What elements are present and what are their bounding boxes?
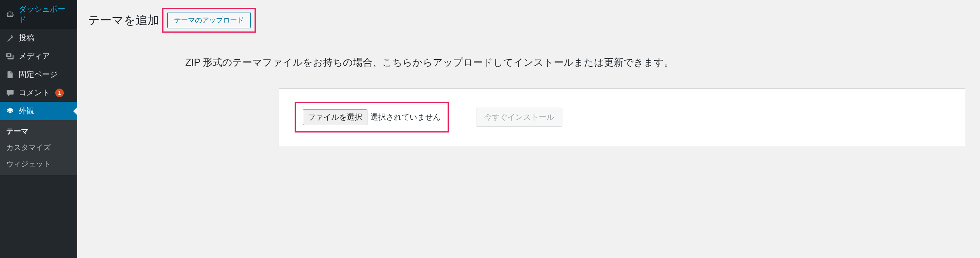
main-content: テーマを追加 テーマのアップロード ZIP 形式のテーマファイルをお持ちの場合、… <box>77 0 980 258</box>
upload-panel: ファイルを選択 選択されていません 今すぐインストール <box>279 88 965 146</box>
appearance-icon <box>5 106 15 116</box>
sidebar-item-label: 外観 <box>19 106 34 116</box>
sidebar-item-posts[interactable]: 投稿 <box>0 29 77 47</box>
comment-count-badge: 1 <box>55 89 64 97</box>
media-icon <box>5 52 15 61</box>
submenu-item-themes[interactable]: テーマ <box>0 123 77 139</box>
file-select-button[interactable]: ファイルを選択 <box>303 109 367 125</box>
file-select-highlight: ファイルを選択 選択されていません <box>295 102 449 132</box>
submenu-item-widgets[interactable]: ウィジェット <box>0 156 77 172</box>
sidebar-item-label: コメント <box>19 87 50 98</box>
sidebar-item-media[interactable]: メディア <box>0 47 77 65</box>
page-icon <box>5 70 15 79</box>
sidebar-item-label: ダッシュボード <box>19 4 72 25</box>
sidebar-item-dashboard[interactable]: ダッシュボード <box>0 0 77 29</box>
upload-button-highlight: テーマのアップロード <box>162 8 256 33</box>
dashboard-icon <box>5 10 15 19</box>
sidebar-item-appearance[interactable]: 外観 <box>0 102 77 120</box>
page-header: テーマを追加 テーマのアップロード <box>88 8 969 33</box>
sidebar-item-label: 投稿 <box>19 33 34 43</box>
admin-sidebar: ダッシュボード 投稿 メディア 固定ページ コメント 1 外観 テーマ カスタマ… <box>0 0 77 258</box>
sidebar-item-label: メディア <box>19 51 50 61</box>
pin-icon <box>5 33 15 43</box>
sidebar-item-pages[interactable]: 固定ページ <box>0 65 77 84</box>
page-title: テーマを追加 <box>88 12 159 28</box>
upload-description: ZIP 形式のテーマファイルをお持ちの場合、こちらからアップロードしてインストー… <box>185 56 969 69</box>
install-now-button[interactable]: 今すぐインストール <box>476 108 562 127</box>
appearance-submenu: テーマ カスタマイズ ウィジェット <box>0 120 77 175</box>
upload-theme-button[interactable]: テーマのアップロード <box>167 12 251 28</box>
comment-icon <box>5 88 15 98</box>
submenu-item-customize[interactable]: カスタマイズ <box>0 139 77 156</box>
sidebar-item-label: 固定ページ <box>19 69 58 80</box>
file-status-text: 選択されていません <box>371 112 441 122</box>
sidebar-item-comments[interactable]: コメント 1 <box>0 84 77 102</box>
